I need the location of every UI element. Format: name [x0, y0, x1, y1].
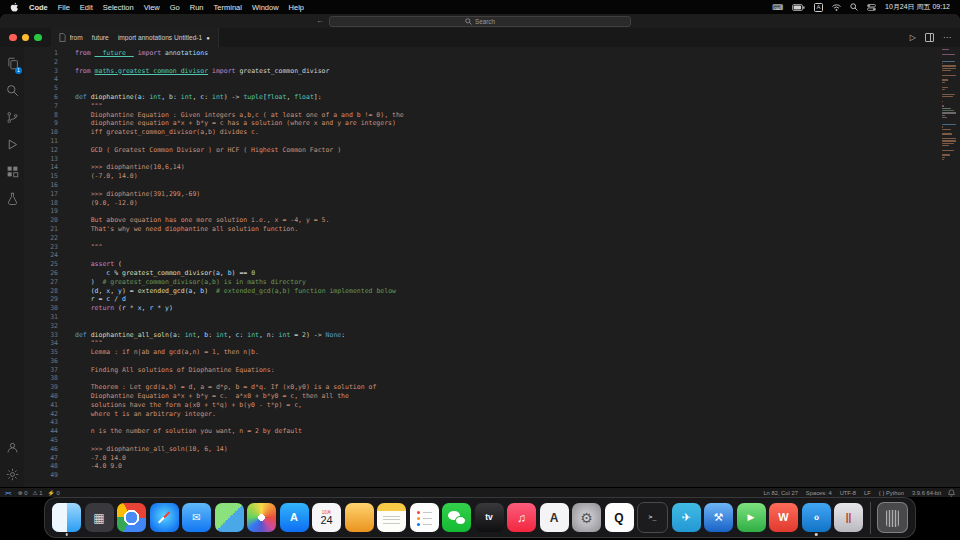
apple-menu-icon[interactable] — [10, 2, 19, 13]
control-center-icon[interactable] — [867, 4, 876, 11]
code-line[interactable]: (d, x, y) = extended_gcd(a, b) # extende… — [75, 287, 942, 296]
code-line[interactable]: def diophantine_all_soln(a: int, b: int,… — [75, 331, 942, 340]
appletv-dock-icon[interactable]: tv — [475, 503, 504, 532]
code-line[interactable]: assert ( — [75, 260, 942, 269]
line-number[interactable]: 39 — [24, 383, 58, 392]
status-errors[interactable]: ⊗ 0 — [18, 490, 28, 496]
line-number[interactable]: 31 — [24, 313, 58, 322]
line-number[interactable]: 4 — [24, 75, 58, 84]
line-number[interactable]: 49 — [24, 471, 58, 480]
code-line[interactable] — [75, 322, 942, 331]
line-number[interactable]: 42 — [24, 410, 58, 419]
line-number[interactable]: 37 — [24, 366, 58, 375]
line-number[interactable]: 21 — [24, 225, 58, 234]
line-number[interactable]: 34 — [24, 339, 58, 348]
code-line[interactable]: But above equation has one more solution… — [75, 216, 942, 225]
activity-source-control[interactable] — [0, 104, 24, 131]
line-number[interactable]: 30 — [24, 304, 58, 313]
line-number[interactable]: 18 — [24, 199, 58, 208]
line-number[interactable]: 5 — [24, 84, 58, 93]
line-number[interactable]: 41 — [24, 401, 58, 410]
code-line[interactable]: GCD ( Greatest Common Divisor ) or HCF (… — [75, 146, 942, 155]
line-number[interactable]: 11 — [24, 137, 58, 146]
menu-file[interactable]: File — [58, 3, 70, 12]
line-number[interactable]: 2 — [24, 58, 58, 67]
trash-dock-icon[interactable] — [877, 502, 908, 533]
code-line[interactable] — [75, 374, 942, 383]
launchpad-dock-icon[interactable]: ▦ — [85, 503, 114, 532]
mail-dock-icon[interactable]: ✉ — [182, 503, 211, 532]
line-number[interactable]: 25 — [24, 260, 58, 269]
code-line[interactable]: Diophantine Equation : Given integers a,… — [75, 111, 942, 120]
code-line[interactable]: Finding All solutions of Diophantine Equ… — [75, 366, 942, 375]
code-line[interactable]: solutions have the form a(x0 + t*q) + b(… — [75, 401, 942, 410]
parallels-dock-icon[interactable]: || — [834, 503, 863, 532]
code-line[interactable]: Lemma : if n|ab and gcd(a,n) = 1, then n… — [75, 348, 942, 357]
calendar-dock-icon[interactable]: 10月24 — [312, 503, 341, 532]
line-number[interactable]: 29 — [24, 295, 58, 304]
code-line[interactable] — [75, 137, 942, 146]
code-line[interactable]: return (r * x, r * y) — [75, 304, 942, 313]
safari-dock-icon[interactable] — [150, 503, 179, 532]
code-line[interactable] — [75, 207, 942, 216]
reminders-dock-icon[interactable] — [410, 503, 439, 532]
wifi-icon[interactable] — [832, 4, 841, 11]
status-eol[interactable]: LF — [864, 490, 871, 496]
code-line[interactable]: >>> diophantine(10,6,14) — [75, 163, 942, 172]
code-line[interactable]: where t is an arbitrary integer. — [75, 410, 942, 419]
line-number[interactable]: 32 — [24, 322, 58, 331]
line-number[interactable]: 12 — [24, 146, 58, 155]
line-number[interactable]: 40 — [24, 392, 58, 401]
line-number[interactable]: 23 — [24, 243, 58, 252]
line-number[interactable]: 48 — [24, 462, 58, 471]
wechat-dock-icon[interactable] — [442, 503, 471, 532]
code-line[interactable]: diophantine equation a*x + b*y = c has a… — [75, 119, 942, 128]
line-number[interactable]: 7 — [24, 102, 58, 111]
battery-icon[interactable] — [792, 4, 805, 11]
status-indentation[interactable]: Spaces: 4 — [806, 490, 832, 496]
gutter[interactable]: 1234567891011121314151617181920212223242… — [24, 47, 65, 488]
code-line[interactable]: """ — [75, 339, 942, 348]
code-line[interactable]: Theorem : Let gcd(a,b) = d, a = d*p, b =… — [75, 383, 942, 392]
code-line[interactable] — [75, 436, 942, 445]
code-line[interactable]: Diophantine Equation a*x + b*y = c. a*x0… — [75, 392, 942, 401]
code-line[interactable] — [75, 181, 942, 190]
status-cursor-position[interactable]: Ln 82, Col 27 — [763, 490, 797, 496]
input-source-icon[interactable]: A — [814, 3, 823, 12]
menu-help[interactable]: Help — [289, 3, 304, 12]
editor[interactable]: 1234567891011121314151617181920212223242… — [24, 47, 960, 488]
code-lines[interactable]: from __future__ import annotationsfrom m… — [65, 47, 942, 488]
code-line[interactable]: ) # greatest_common_divisor(a,b) is in m… — [75, 278, 942, 287]
line-number[interactable]: 16 — [24, 181, 58, 190]
command-center-search[interactable]: Search — [329, 16, 631, 27]
line-number[interactable]: 22 — [24, 234, 58, 243]
code-line[interactable]: -7.0 14.0 — [75, 454, 942, 463]
menubar-clock[interactable]: 10月24日 周五 09:12 — [885, 2, 950, 12]
code-line[interactable]: That's why we need diophantine all solut… — [75, 225, 942, 234]
line-number[interactable]: 44 — [24, 427, 58, 436]
line-number[interactable]: 20 — [24, 216, 58, 225]
line-number[interactable]: 36 — [24, 357, 58, 366]
line-number[interactable]: 27 — [24, 278, 58, 287]
music-dock-icon[interactable]: ♫ — [507, 503, 536, 532]
activity-run-debug[interactable] — [0, 131, 24, 158]
line-number[interactable]: 19 — [24, 207, 58, 216]
line-number[interactable]: 9 — [24, 119, 58, 128]
code-line[interactable]: >>> diophantine_all_soln(10, 6, 14) — [75, 445, 942, 454]
menu-code[interactable]: Code — [29, 3, 48, 12]
code-line[interactable]: r = c / d — [75, 295, 942, 304]
activity-account[interactable] — [0, 434, 24, 461]
maps-dock-icon[interactable] — [215, 503, 244, 532]
status-language-mode[interactable]: { } Python — [879, 490, 904, 496]
code-line[interactable] — [75, 155, 942, 164]
menu-terminal[interactable]: Terminal — [214, 3, 242, 12]
menu-run[interactable]: Run — [190, 3, 204, 12]
line-number[interactable]: 35 — [24, 348, 58, 357]
photos-dock-icon[interactable] — [247, 503, 276, 532]
notes-dock-icon[interactable] — [377, 503, 406, 532]
chrome-dock-icon[interactable] — [117, 503, 146, 532]
qq-dock-icon[interactable]: Q — [605, 503, 634, 532]
status-ports[interactable]: ⚡ 0 — [48, 490, 60, 496]
minimize-button[interactable] — [22, 34, 30, 42]
menu-view[interactable]: View — [144, 3, 160, 12]
